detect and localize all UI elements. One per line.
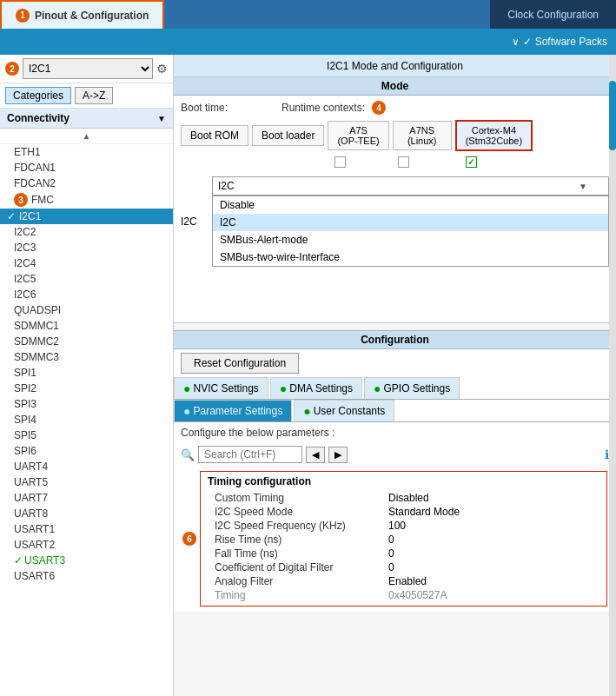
sidebar-item-fmc[interactable]: 3 FMC	[0, 191, 173, 209]
sidebar-item[interactable]: SPI4	[0, 412, 173, 428]
timing-row-speed-mode: I2C Speed Mode Standard Mode	[208, 505, 599, 519]
sidebar-item[interactable]: UART8	[0, 506, 173, 521]
mode-option-smbus-alert[interactable]: SMBus-Alert-mode	[213, 231, 608, 249]
sidebar-item[interactable]: USART2	[0, 537, 173, 553]
timing-row-rise: Rise Time (ns) 0	[208, 533, 599, 547]
timing-row-timing: Timing 0x4050527A	[208, 588, 599, 602]
timing-row-fall: Fall Time (ns) 0	[208, 547, 599, 560]
mode-option-i2c[interactable]: I2C	[213, 214, 608, 231]
mode-option-smbus-two[interactable]: SMBus-two-wire-Interface	[213, 249, 608, 266]
sidebar-item[interactable]: I2C5	[0, 271, 173, 287]
i2c-mode-select[interactable]: I2C ▼	[212, 176, 609, 196]
dropdown-arrow: ▼	[579, 182, 587, 191]
pinout-tab[interactable]: 1 Pinout & Configuration	[0, 0, 164, 29]
prev-btn[interactable]: ◀	[306, 447, 325, 463]
timing-row-freq: I2C Speed Frequency (KHz) 100	[208, 519, 599, 533]
sidebar-num2-badge: 2	[5, 62, 19, 76]
tab-nvic[interactable]: ● NVIC Settings	[174, 377, 268, 399]
tab-dma[interactable]: ● DMA Settings	[270, 377, 362, 399]
tab-user-constants[interactable]: ● User Constants	[294, 400, 394, 421]
sidebar-item[interactable]: UART7	[0, 490, 173, 506]
sidebar-item[interactable]: SPI3	[0, 396, 173, 412]
tab-az[interactable]: A->Z	[75, 87, 113, 104]
sidebar-item[interactable]: I2C6	[0, 287, 173, 302]
sidebar-item[interactable]: I2C4	[0, 255, 173, 271]
i2c-mode-label: I2C	[181, 215, 205, 228]
scroll-up-icon[interactable]: ▲	[83, 131, 91, 141]
panel-title: I2C1 Mode and Configuration	[174, 55, 616, 77]
params-desc: Configure the below parameters :	[174, 422, 616, 443]
nvic-dot: ●	[183, 381, 190, 395]
sidebar-item[interactable]: USART1	[0, 521, 173, 537]
num6-badge: 6	[182, 532, 196, 546]
sidebar-item[interactable]: SPI5	[0, 428, 173, 443]
boot-rom-col: Boot ROM	[181, 125, 248, 146]
sidebar-item[interactable]: FDCAN1	[0, 160, 173, 176]
user-dot: ●	[303, 404, 310, 418]
clock-tab[interactable]: Clock Configuration	[490, 0, 616, 29]
next-btn[interactable]: ▶	[328, 447, 348, 463]
mode-header: Mode	[174, 77, 616, 96]
timing-row-analog: Analog Filter Enabled	[208, 574, 599, 588]
num3-badge: 3	[14, 193, 28, 207]
tab1-badge: 1	[16, 9, 30, 23]
sidebar-item[interactable]: SPI6	[0, 443, 173, 459]
sidebar-item[interactable]: USART6	[0, 568, 173, 584]
tab-gpio[interactable]: ● GPIO Settings	[364, 377, 460, 399]
sidebar-item[interactable]: UART4	[0, 459, 173, 474]
timing-box: Timing configuration Custom Timing Disab…	[200, 471, 607, 607]
sidebar-item[interactable]: QUADSPI	[0, 302, 173, 318]
param-dot: ●	[183, 404, 190, 418]
mode-option-disable[interactable]: Disable	[213, 196, 608, 214]
m4-checkbox[interactable]: ✓	[466, 156, 477, 168]
sidebar-item[interactable]: I2C2	[0, 224, 173, 240]
reset-config-button[interactable]: Reset Configuration	[181, 353, 299, 374]
dma-dot: ●	[280, 381, 287, 395]
sidebar-item-i2c1[interactable]: ✓ I2C1	[0, 209, 173, 224]
chevron-down-icon: ▼	[157, 114, 166, 123]
search-input[interactable]	[198, 446, 302, 463]
ctx-m4-col[interactable]: Cortex-M4(Stm32Cube)	[455, 120, 533, 151]
search-icon: 🔍	[181, 448, 195, 461]
gear-icon[interactable]: ⚙	[156, 62, 168, 76]
sidebar-item-usart3[interactable]: ✓ USART3	[0, 553, 173, 568]
category-header[interactable]: Connectivity ▼	[0, 109, 173, 129]
sidebar-item[interactable]: I2C3	[0, 240, 173, 255]
sidebar-item[interactable]: SDMMC2	[0, 334, 173, 349]
tab-categories[interactable]: Categories	[5, 87, 71, 104]
sidebar-search-select[interactable]: I2C1	[23, 58, 153, 79]
ctx-a7ns-col[interactable]: A7NS(Linux)	[393, 121, 452, 150]
sidebar-item[interactable]: FDCAN2	[0, 176, 173, 191]
boot-loader-col: Boot loader	[252, 125, 324, 146]
timing-row-digital: Coefficient of Digital Filter 0	[208, 560, 599, 574]
software-packs[interactable]: ∨ ✓ Software Packs	[512, 36, 607, 48]
config-header: Configuration	[174, 330, 616, 349]
sidebar-item[interactable]: UART5	[0, 474, 173, 490]
sidebar-item[interactable]: SPI1	[0, 365, 173, 381]
boot-time-label: Boot time:	[181, 102, 242, 114]
ctx4-badge: 4	[372, 101, 386, 115]
sidebar-item[interactable]: SDMMC1	[0, 318, 173, 334]
a7ns-checkbox[interactable]	[398, 156, 409, 168]
sidebar-list: ETH1 FDCAN1 FDCAN2 3 FMC ✓ I2C1 I2C2 I2C…	[0, 144, 173, 696]
runtime-label: Runtime contexts:	[282, 102, 365, 114]
mode-dropdown: Disable I2C SMBus-Alert-mode SMBus-two-w…	[212, 196, 609, 267]
sidebar-item[interactable]: SPI2	[0, 381, 173, 396]
ctx-a7s-col[interactable]: A7S(OP-TEE)	[328, 121, 388, 150]
timing-title: Timing configuration	[208, 475, 599, 487]
timing-row-custom: Custom Timing Disabled	[208, 491, 599, 505]
tab-parameter[interactable]: ● Parameter Settings	[174, 400, 292, 421]
sidebar-item[interactable]: ETH1	[0, 144, 173, 160]
gpio-dot: ●	[374, 381, 381, 395]
sidebar-item[interactable]: SDMMC3	[0, 349, 173, 365]
a7s-checkbox[interactable]	[334, 156, 346, 168]
